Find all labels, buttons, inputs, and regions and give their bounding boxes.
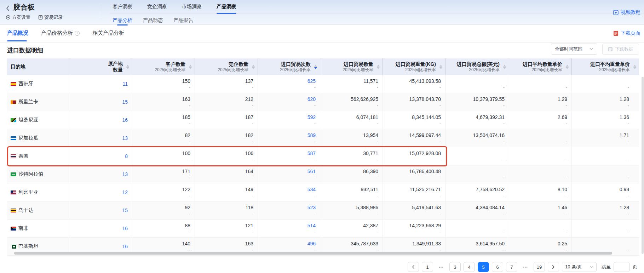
- col-customers-header[interactable]: 客户数量2025同比增长率: [132, 58, 195, 75]
- sort-asc-icon[interactable]: [126, 65, 129, 67]
- sort-asc-icon[interactable]: [503, 65, 506, 67]
- cell-origin-count[interactable]: 13: [69, 129, 132, 147]
- sort-desc-icon[interactable]: [377, 67, 380, 69]
- sort-asc-icon[interactable]: [377, 65, 380, 67]
- cell-value[interactable]: 534: [261, 186, 316, 193]
- column-label: 进口平均重量单价: [590, 61, 630, 67]
- sort-desc-icon[interactable]: [503, 67, 506, 69]
- sort-desc-icon[interactable]: [439, 67, 442, 69]
- sub-tab-0[interactable]: 产品分析: [113, 17, 132, 24]
- cell-value[interactable]: 561: [261, 168, 316, 175]
- prev-page-button[interactable]: [408, 262, 419, 272]
- sort-control[interactable]: [314, 65, 317, 69]
- sort-control[interactable]: [503, 65, 506, 69]
- time-range-select[interactable]: 全部时间范围: [551, 44, 597, 55]
- nav2-item-1[interactable]: 产品价格分析i: [41, 30, 80, 36]
- jump-page-input[interactable]: [614, 262, 630, 272]
- cell-value[interactable]: 592: [261, 114, 316, 121]
- sort-desc-icon[interactable]: [314, 67, 317, 69]
- col-trade-count-header[interactable]: 进口贸易次数2025同比增长率: [258, 58, 320, 75]
- cell-customers: 92-: [132, 201, 195, 219]
- sort-asc-icon[interactable]: [566, 65, 569, 67]
- cell-value[interactable]: 589: [261, 132, 316, 139]
- sort-asc-icon[interactable]: [252, 65, 255, 67]
- cell-origin-count[interactable]: 16: [69, 111, 132, 129]
- cell-value[interactable]: 496: [261, 240, 316, 247]
- page-button-4[interactable]: 4: [464, 262, 475, 272]
- page-button-7[interactable]: 7: [506, 262, 517, 272]
- main-tab-1[interactable]: 竞企洞察: [147, 0, 167, 14]
- cell-origin-count[interactable]: 12: [69, 183, 132, 201]
- growth-value: -: [513, 139, 567, 144]
- sort-desc-icon[interactable]: [252, 67, 255, 69]
- sort-control[interactable]: [126, 65, 129, 69]
- page-ellipsis[interactable]: •••: [520, 265, 531, 269]
- page-size-select[interactable]: 10 条/页: [562, 262, 597, 272]
- sort-asc-icon[interactable]: [633, 65, 636, 67]
- sort-desc-icon[interactable]: [189, 67, 192, 69]
- page-button-3[interactable]: 3: [449, 262, 461, 272]
- horizontal-scrollbar[interactable]: [14, 252, 612, 255]
- sort-asc-icon[interactable]: [189, 65, 192, 67]
- cell-origin-count[interactable]: 16: [69, 220, 132, 237]
- cell-value: 13,954: [324, 132, 378, 139]
- page-button-1[interactable]: 1: [422, 262, 433, 272]
- info-icon[interactable]: i: [75, 31, 80, 36]
- sub-tab-2[interactable]: 产品报告: [173, 17, 193, 24]
- trade-records-link[interactable]: 贸易记录: [38, 14, 63, 21]
- cell-origin-count[interactable]: 15: [69, 93, 132, 111]
- col-trade-qty-header[interactable]: 进口贸易数量2025同比增长率: [320, 58, 383, 75]
- cell-origin-count[interactable]: 15: [69, 201, 132, 219]
- sort-control[interactable]: [633, 65, 636, 69]
- col-avg-qty-price-header[interactable]: 进口平均数量单价2025同比增长率: [509, 58, 572, 75]
- play-icon: [613, 10, 619, 15]
- download-data-button[interactable]: 下载数据: [602, 44, 639, 55]
- sort-desc-icon[interactable]: [566, 67, 569, 69]
- cell-value[interactable]: 587: [261, 150, 316, 157]
- nav2-item-2[interactable]: 相关产品分析: [92, 30, 124, 36]
- main-tab-0[interactable]: 客户洞察: [113, 0, 132, 14]
- sort-desc-icon[interactable]: [633, 67, 636, 69]
- cell-origin-count[interactable]: 13: [69, 165, 132, 183]
- page-button-6[interactable]: 6: [492, 262, 503, 272]
- sort-control[interactable]: [189, 65, 192, 69]
- download-page-link[interactable]: 下载页面: [613, 30, 640, 36]
- col-avg-weight-price-header[interactable]: 进口平均重量单价2025同比增长率: [572, 58, 639, 75]
- nav2-item-0[interactable]: 产品概况: [7, 30, 28, 36]
- cell-origin-count[interactable]: 11: [69, 75, 132, 93]
- cell-trade-qty: 932,511-: [320, 183, 383, 201]
- cell-value[interactable]: 514: [261, 222, 316, 229]
- video-tutorial-link[interactable]: 视频教程: [613, 9, 640, 16]
- col-origin-count-header[interactable]: 原产地数量: [69, 58, 132, 75]
- next-page-button[interactable]: [548, 262, 559, 272]
- sort-control[interactable]: [377, 65, 380, 69]
- col-competitors-header[interactable]: 竞企数量2025同比增长率: [195, 58, 258, 75]
- sort-control[interactable]: [252, 65, 255, 69]
- col-trade-amount-header[interactable]: 进口贸易总额(美元)2025同比增长率: [445, 58, 509, 75]
- sort-control[interactable]: [566, 65, 569, 69]
- back-icon[interactable]: [6, 5, 11, 12]
- scheme-settings-link[interactable]: 方案设置: [6, 14, 30, 21]
- page-button-19[interactable]: 19: [534, 262, 545, 272]
- sort-desc-icon[interactable]: [126, 67, 129, 69]
- cell-value: 122: [136, 186, 190, 193]
- main-tab-2[interactable]: 市场洞察: [182, 0, 202, 14]
- growth-value: -: [386, 193, 441, 199]
- cell-value[interactable]: 620: [261, 96, 316, 103]
- growth-value: -: [575, 121, 629, 126]
- cell-value[interactable]: 625: [261, 78, 316, 85]
- main-tab-3[interactable]: 产品洞察: [217, 0, 236, 14]
- sort-control[interactable]: [439, 65, 442, 69]
- sort-asc-icon[interactable]: [314, 65, 317, 67]
- cell-origin-count[interactable]: 8: [69, 147, 132, 165]
- page-ellipsis[interactable]: •••: [436, 265, 447, 269]
- growth-value: -: [261, 175, 316, 181]
- cell-value[interactable]: 523: [261, 204, 316, 211]
- sort-asc-icon[interactable]: [439, 65, 442, 67]
- cell-value: 4,384,084.14: [449, 204, 505, 211]
- sub-tab-1[interactable]: 产品动态: [143, 17, 163, 24]
- vertical-scrollbar[interactable]: [642, 77, 644, 254]
- cell-customers: 163-: [132, 93, 195, 111]
- col-trade-weight-header[interactable]: 进口贸易重量(KG)2025同比增长率: [383, 58, 445, 75]
- page-button-5[interactable]: 5: [478, 262, 489, 272]
